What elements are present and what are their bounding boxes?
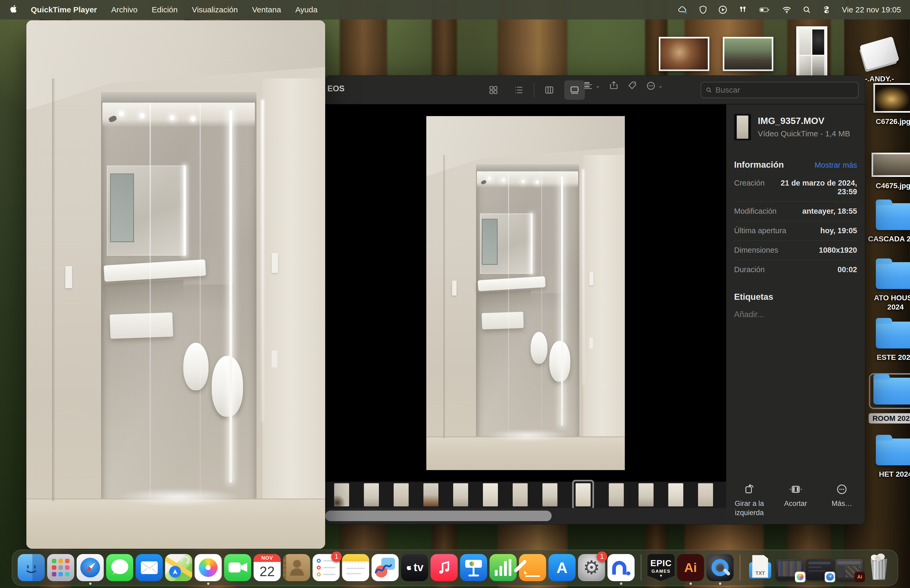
gallery-thumbnail[interactable] — [513, 483, 528, 506]
menu-visualizacion[interactable]: Visualización — [185, 5, 245, 14]
photo-thumbnail — [871, 153, 910, 177]
file-kind: Vídeo QuickTime - 1,4 MB — [758, 129, 850, 138]
tag-button[interactable] — [627, 80, 637, 91]
dock-settings-icon[interactable]: ⚙ 1 — [578, 554, 605, 581]
group-by-button[interactable]: ⌄ — [583, 81, 600, 91]
dock-messages-icon[interactable] — [106, 554, 133, 581]
view-icons-button[interactable] — [483, 80, 504, 100]
dock-minimized-illustrator-window[interactable]: Ai — [836, 559, 863, 580]
dock-finder-icon[interactable] — [18, 554, 45, 581]
gallery-thumbnail[interactable] — [668, 483, 683, 506]
gallery-thumbnail-strip — [325, 482, 726, 508]
dock-epic-games-icon[interactable]: EPIC GAMES ▼ — [648, 554, 675, 581]
desktop-icon-c4675[interactable]: C4675.jpg — [864, 153, 910, 190]
view-list-button[interactable] — [508, 80, 529, 100]
dock-pages-icon[interactable] — [519, 554, 546, 581]
reminders-badge: 1 — [331, 551, 342, 562]
quicktime-player-window[interactable] — [26, 20, 325, 549]
dock-appstore-icon[interactable]: A — [548, 554, 575, 581]
info-row: Última aperturahoy, 19:05 — [734, 221, 857, 241]
photo-thumbnail — [796, 26, 827, 82]
gallery-thumbnail[interactable] — [638, 483, 653, 506]
desktop-icon-folder-este[interactable]: ESTE 2024 — [865, 321, 910, 362]
control-center-icon[interactable] — [822, 5, 831, 15]
search-icon[interactable] — [802, 5, 811, 15]
video-preview-frame[interactable] — [426, 116, 625, 470]
dock-safari-icon[interactable] — [77, 554, 104, 581]
view-gallery-button[interactable] — [564, 80, 585, 100]
scrollbar-thumb[interactable] — [325, 510, 552, 521]
shield-icon[interactable] — [698, 5, 708, 15]
wifi-icon[interactable] — [782, 5, 792, 15]
dock-numbers-icon[interactable] — [490, 554, 517, 581]
dock-notes-icon[interactable] — [342, 554, 369, 581]
apple-menu[interactable] — [9, 4, 24, 16]
dock-trash-icon[interactable] — [865, 554, 892, 581]
more-button[interactable]: Más… — [819, 483, 865, 508]
battery-icon[interactable] — [758, 5, 771, 15]
desktop-icon-folder-cascada[interactable]: CASCADA 2024 — [865, 203, 910, 244]
cloud-sync-icon[interactable] — [677, 5, 688, 15]
rotate-left-button[interactable]: Girar a la izquierda — [726, 483, 773, 517]
desktop-icon-folder-room-selected[interactable]: ROOM 2024 — [862, 373, 910, 423]
dock-keynote-icon[interactable] — [460, 554, 487, 581]
bathroom-video-frame — [26, 20, 325, 549]
info-row: Dimensiones1080x1920 — [734, 241, 857, 260]
finder-window[interactable]: EOS ⌄ ⌄ — [325, 76, 865, 524]
airpods-icon[interactable] — [738, 5, 748, 15]
dock-music-icon[interactable] — [430, 554, 457, 581]
dock-contacts-icon[interactable] — [283, 554, 310, 581]
photo-thumbnail — [659, 37, 710, 71]
menu-ventana[interactable]: Ventana — [245, 5, 288, 14]
search-field[interactable] — [701, 82, 859, 98]
appletv-label: tv — [414, 561, 423, 574]
gallery-thumbnail[interactable] — [423, 483, 438, 506]
gallery-thumbnail[interactable] — [698, 483, 713, 506]
gallery-thumbnail[interactable] — [334, 483, 349, 506]
gallery-thumbnail[interactable] — [394, 483, 409, 506]
view-columns-button[interactable] — [539, 80, 559, 100]
dock-calendar-icon[interactable]: NOV 22 — [254, 554, 281, 581]
menu-clock[interactable]: Vie 22 nov 19:05 — [842, 5, 901, 14]
dock-txt-document-icon[interactable]: TXT — [747, 554, 774, 581]
gallery-thumbnail[interactable] — [542, 483, 558, 506]
gallery-thumbnail-selected[interactable] — [572, 480, 594, 510]
dock-blue-curve-app-icon[interactable] — [608, 554, 635, 581]
dock-mail-icon[interactable] — [136, 554, 163, 581]
gallery-thumbnail[interactable] — [483, 483, 498, 506]
share-button[interactable] — [609, 80, 619, 91]
search-input[interactable] — [715, 86, 854, 94]
dock-quicktime-icon[interactable] — [706, 554, 734, 581]
desktop-icon-folder-het[interactable]: HET 2024 — [865, 438, 910, 479]
dock-maps-icon[interactable] — [165, 554, 192, 581]
desktop-icon-folder-ato-house[interactable]: ATO HOUSE 2024 — [865, 262, 910, 312]
menu-app-name[interactable]: QuickTime Player — [24, 5, 104, 14]
dock-minimized-photos-window[interactable] — [776, 559, 803, 580]
desktop-icon-c6726[interactable]: C6726.jpg — [864, 83, 910, 126]
dock-separator — [641, 554, 642, 581]
gallery-thumbnail[interactable] — [453, 483, 468, 506]
dock-appletv-icon[interactable]: tv — [401, 554, 428, 581]
gallery-thumbnail[interactable] — [609, 483, 624, 506]
folder-icon — [876, 438, 910, 465]
dock-reminders-icon[interactable]: 1 — [312, 554, 339, 581]
add-tags-field[interactable]: Añadir... — [734, 310, 857, 319]
menu-ayuda[interactable]: Ayuda — [288, 5, 325, 14]
folder-icon — [876, 262, 910, 289]
dock-launchpad-icon[interactable] — [47, 554, 74, 581]
trim-button[interactable]: Acortar — [773, 483, 819, 508]
menu-edicion[interactable]: Edición — [145, 5, 184, 14]
dock-minimized-safari-window[interactable] — [806, 559, 833, 580]
menu-archivo[interactable]: Archivo — [104, 5, 145, 14]
dock-illustrator-icon[interactable]: Ai — [677, 554, 704, 581]
dock-freeform-icon[interactable] — [372, 554, 399, 581]
gallery-thumbnail[interactable] — [364, 483, 379, 506]
more-actions-button[interactable]: ⌄ — [646, 81, 663, 91]
photo-thumbnail — [873, 83, 910, 113]
play-circle-icon[interactable] — [718, 5, 727, 15]
show-more-link[interactable]: Mostrar más — [815, 161, 857, 170]
dock-facetime-icon[interactable] — [224, 554, 251, 581]
dock-photos-icon[interactable] — [195, 554, 222, 581]
folder-icon — [876, 321, 910, 349]
menu-bar: QuickTime Player Archivo Edición Visuali… — [0, 0, 910, 19]
